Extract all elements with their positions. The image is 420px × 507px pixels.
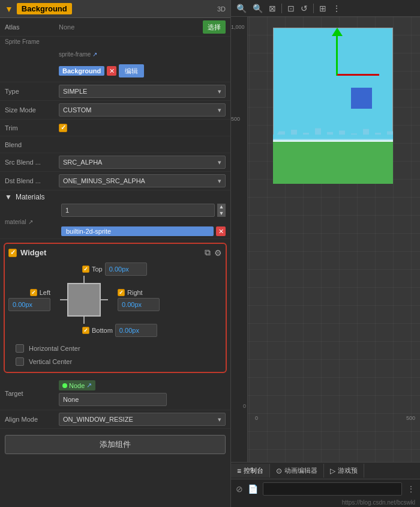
vertical-center-checkbox[interactable] bbox=[16, 357, 24, 366]
tab-animation-editor[interactable]: ⊙ 动画编辑器 bbox=[270, 464, 324, 478]
src-blend-dropdown[interactable]: SRC_ALPHA ▾ bbox=[59, 156, 226, 169]
tab-game-preview[interactable]: ▷ 游戏预 bbox=[324, 464, 364, 478]
ruler-1000: 1,000 bbox=[231, 24, 246, 30]
dst-blend-dropdown[interactable]: ONE_MINUS_SRC_ALPHA ▾ bbox=[59, 174, 226, 187]
scene-viewport bbox=[255, 22, 415, 414]
console-file-icon[interactable]: 📄 bbox=[248, 484, 258, 494]
widget-top-row: ✓ Top bbox=[8, 263, 222, 276]
materials-stepper: ▲ ▼ bbox=[217, 204, 226, 217]
widget-bottom-row: ✓ Bottom bbox=[8, 324, 222, 337]
atlas-value: None bbox=[59, 23, 203, 31]
grid-icon[interactable]: ⊞ bbox=[317, 3, 328, 14]
diagram-center bbox=[67, 283, 101, 317]
materials-increment[interactable]: ▲ bbox=[217, 204, 226, 210]
more-icon[interactable]: ⋮ bbox=[331, 3, 343, 14]
target-input[interactable] bbox=[59, 393, 167, 406]
materials-count-row: ▲ ▼ bbox=[5, 204, 226, 217]
top-checkbox[interactable]: ✓ bbox=[82, 266, 89, 273]
widget-settings-icon[interactable]: ⚙ bbox=[214, 247, 222, 258]
type-dropdown[interactable]: SIMPLE ▾ bbox=[59, 85, 226, 98]
trim-checkbox[interactable]: ✓ bbox=[59, 124, 67, 132]
console-stop-icon[interactable]: ⊘ bbox=[236, 484, 243, 494]
horizontal-center-label: Horizontal Center bbox=[29, 345, 80, 352]
type-row: Type SIMPLE ▾ bbox=[0, 82, 230, 101]
tab-console[interactable]: ≡ 控制台 bbox=[231, 464, 270, 478]
vertical-center-row: Vertical Center bbox=[8, 355, 222, 368]
top-input[interactable] bbox=[105, 263, 147, 276]
title-bar: ▼ Background 3D bbox=[0, 0, 230, 18]
game-object-square[interactable] bbox=[351, 88, 372, 109]
game-icon: ▷ bbox=[330, 467, 335, 475]
left-input[interactable] bbox=[8, 298, 50, 311]
widget-copy-icon[interactable]: ⧉ bbox=[205, 247, 211, 258]
materials-title: Materials bbox=[16, 193, 45, 201]
scene-ground bbox=[273, 142, 393, 184]
toolbar-sep-1 bbox=[281, 4, 282, 13]
size-mode-label: Size Mode bbox=[5, 106, 59, 114]
right-checkbox[interactable]: ✓ bbox=[118, 289, 125, 296]
sprite-frame-prop: sprite-frame ↗ bbox=[5, 46, 226, 63]
fit-icon[interactable]: ⊠ bbox=[267, 3, 278, 14]
console-content: ⊘ 📄 ⋮ bbox=[231, 479, 420, 498]
trim-label: Trim bbox=[5, 124, 59, 132]
materials-decrement[interactable]: ▼ bbox=[217, 210, 226, 217]
add-component-button[interactable]: 添加组件 bbox=[5, 435, 226, 454]
src-blend-label: Src Blend ... bbox=[5, 159, 59, 166]
ruler-500: 500 bbox=[231, 116, 246, 122]
sprite-close-button[interactable]: ✕ bbox=[107, 66, 116, 76]
sprite-frame-name-row: Background ✕ 编辑 bbox=[5, 63, 226, 80]
dst-blend-label: Dst Blend ... bbox=[5, 177, 59, 184]
align-mode-label: Align Mode bbox=[5, 416, 59, 423]
align-mode-dropdown[interactable]: ON_WINDOW_RESIZE ▾ bbox=[59, 413, 226, 426]
left-checkbox[interactable]: ✓ bbox=[30, 289, 37, 296]
widget-diagram bbox=[60, 276, 108, 324]
widget-section: ✓ Widget ⧉ ⚙ ✓ Top bbox=[4, 243, 227, 373]
material-external-link[interactable]: ↗ bbox=[28, 219, 33, 225]
widget-checkbox[interactable]: ✓ bbox=[8, 249, 17, 257]
zoom-in-icon[interactable]: 🔍 bbox=[251, 3, 265, 14]
console-right-icon[interactable]: ⋮ bbox=[407, 484, 415, 494]
canvas-area[interactable]: 1,000 500 0 0 500 bbox=[231, 17, 420, 462]
right-panel: 🔍 🔍 ⊠ ⊡ ↺ ⊞ ⋮ 1,000 500 0 bbox=[231, 0, 420, 507]
materials-expand[interactable]: ▼ bbox=[5, 193, 12, 201]
console-tabs: ≡ 控制台 ⊙ 动画编辑器 ▷ 游戏预 bbox=[231, 463, 420, 479]
bottom-checkbox[interactable]: ✓ bbox=[82, 327, 89, 334]
type-dropdown-arrow: ▾ bbox=[218, 88, 221, 96]
widget-top-field: ✓ Top bbox=[82, 263, 147, 276]
right-label: Right bbox=[127, 289, 143, 296]
atlas-select-button[interactable]: 选择 bbox=[203, 20, 226, 34]
rotate-icon[interactable]: ↺ bbox=[299, 3, 310, 14]
widget-left-field: ✓ Left bbox=[30, 289, 50, 296]
target-label: Target bbox=[5, 390, 59, 397]
widget-middle-row: ✓ Left ✓ Right bbox=[8, 276, 222, 324]
zoom-out-icon[interactable]: 🔍 bbox=[235, 3, 248, 14]
size-mode-row: Size Mode CUSTOM ▾ bbox=[0, 101, 230, 120]
align-mode-row: Align Mode ON_WINDOW_RESIZE ▾ bbox=[0, 410, 230, 429]
horizontal-center-row: Horizontal Center bbox=[8, 342, 222, 355]
type-label: Type bbox=[5, 88, 59, 95]
console-icon: ≡ bbox=[237, 467, 241, 475]
horizontal-center-checkbox[interactable] bbox=[16, 344, 24, 353]
sprite-edit-button[interactable]: 编辑 bbox=[119, 64, 144, 77]
ruler-left: 1,000 500 0 bbox=[231, 17, 248, 462]
console-bar: ≡ 控制台 ⊙ 动画编辑器 ▷ 游戏预 ⊘ 📄 ⋮ https://blog.c… bbox=[231, 462, 420, 507]
dst-blend-row: Dst Blend ... ONE_MINUS_SRC_ALPHA ▾ bbox=[0, 172, 230, 190]
right-input[interactable] bbox=[118, 298, 160, 311]
material-tag: material ↗ builtin-2d-sprite ✕ bbox=[5, 219, 226, 236]
top-label: Top bbox=[92, 266, 103, 273]
game-tab-label: 游戏预 bbox=[338, 466, 358, 475]
3d-label: 3D bbox=[217, 5, 226, 13]
materials-count-input[interactable] bbox=[61, 204, 215, 217]
widget-right-field: ✓ Right bbox=[118, 289, 143, 296]
watermark: https://blog.csdn.net/bcswkl bbox=[231, 498, 420, 507]
bottom-input[interactable] bbox=[115, 324, 157, 337]
material-close-button[interactable]: ✕ bbox=[216, 226, 226, 236]
atlas-label: Atlas bbox=[5, 23, 59, 31]
transform-icon[interactable]: ⊡ bbox=[286, 3, 296, 14]
size-mode-dropdown[interactable]: CUSTOM ▾ bbox=[59, 103, 226, 117]
sprite-frame-external-link[interactable]: ↗ bbox=[92, 51, 97, 58]
x-axis-line bbox=[337, 74, 379, 76]
console-search-input[interactable] bbox=[263, 482, 402, 496]
expand-arrow[interactable]: ▼ bbox=[5, 4, 13, 14]
atlas-row: Atlas None 选择 bbox=[0, 18, 230, 37]
